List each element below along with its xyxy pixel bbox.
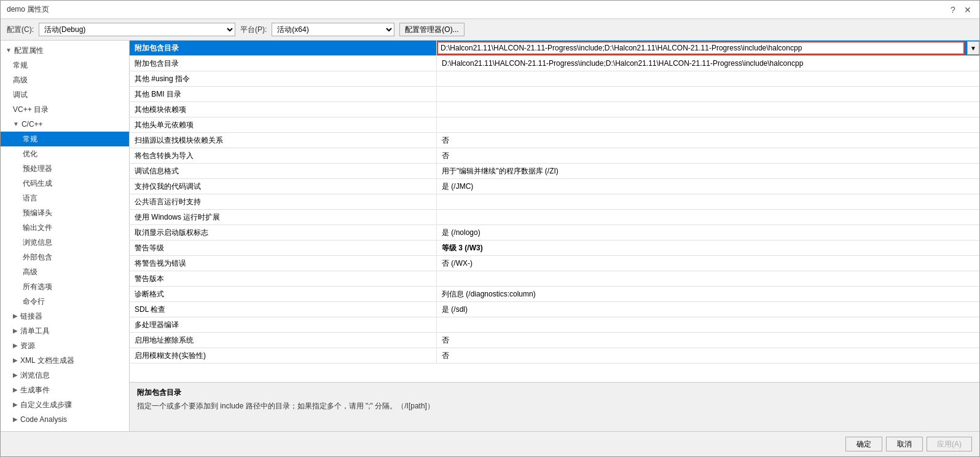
config-select[interactable]: 活动(Debug) bbox=[39, 23, 235, 36]
prop-name-module-deps: 其他模块依赖项 bbox=[130, 102, 437, 117]
config-label: 配置(C): bbox=[7, 25, 34, 35]
prop-value-sdl: 是 (/sdl) bbox=[437, 302, 979, 317]
prop-value-scan-modules: 否 bbox=[437, 133, 979, 148]
prop-header-name: 附加包含目录 bbox=[130, 41, 437, 55]
title-controls: ? ✕ bbox=[947, 4, 973, 15]
prop-row-warnings-as-errors: 将警告视为错误 否 (/WX-) bbox=[130, 256, 979, 271]
tree-item-build-events[interactable]: ▶ 生成事件 bbox=[1, 383, 129, 397]
prop-value-warning-version bbox=[437, 277, 979, 280]
tree-item-code-analysis[interactable]: ▶ Code Analysis bbox=[1, 412, 129, 427]
tree-custom-build-label: 自定义生成步骤 bbox=[20, 399, 72, 411]
prop-value-winrt bbox=[437, 216, 979, 218]
tree-root-label: 配置属性 bbox=[14, 44, 44, 57]
prop-name-sdl: SDL 检查 bbox=[130, 302, 437, 317]
prop-value-diagnostics: 列信息 (/diagnostics:column) bbox=[437, 287, 979, 301]
description-text: 指定一个或多个要添加到 include 路径中的目录；如果指定多个，请用 ";"… bbox=[137, 400, 972, 411]
tree-item-external-includes[interactable]: 外部包含 bbox=[1, 250, 129, 264]
prop-name-warnings-as-errors: 将警告视为错误 bbox=[130, 256, 437, 271]
prop-name-scan-modules: 扫描源以查找模块依赖关系 bbox=[130, 133, 437, 148]
prop-value-clr bbox=[437, 201, 979, 203]
tree-browse-info2-label: 浏览信息 bbox=[20, 369, 50, 381]
tree-item-code-gen[interactable]: 代码生成 bbox=[1, 176, 129, 191]
prop-value-fuzzing: 否 bbox=[437, 348, 979, 363]
prop-row-using-directives: 其他 #using 指令 bbox=[130, 71, 979, 87]
prop-value-nologo: 是 (/nologo) bbox=[437, 225, 979, 240]
tree-item-cmdline[interactable]: 命令行 bbox=[1, 294, 129, 309]
tree-item-browse-info2[interactable]: ▶ 浏览信息 bbox=[1, 368, 129, 383]
tree-manifest-label: 清单工具 bbox=[20, 325, 50, 337]
prop-name-warning-version: 警告版本 bbox=[130, 271, 437, 286]
right-panel: 附加包含目录 ▼ 附加包含目录 D:\Halcon21.11\HALCON-21… bbox=[130, 41, 979, 431]
prop-name-winrt: 使用 Windows 运行时扩展 bbox=[130, 210, 437, 225]
prop-value-using-directives bbox=[437, 77, 979, 80]
description-title: 附加包含目录 bbox=[137, 387, 972, 398]
ok-button[interactable]: 确定 bbox=[845, 437, 882, 451]
apply-button[interactable]: 应用(A) bbox=[927, 437, 972, 451]
prop-row-asan: 启用地址擦除系统 否 bbox=[130, 333, 979, 348]
prop-row-convert-includes: 将包含转换为导入 否 bbox=[130, 148, 979, 164]
prop-header-row: 附加包含目录 ▼ bbox=[130, 41, 979, 56]
tree-item-preprocessor[interactable]: 预处理器 bbox=[1, 161, 129, 176]
tree-item-cpp[interactable]: ▼ C/C++ bbox=[1, 117, 129, 132]
cancel-button[interactable]: 取消 bbox=[886, 437, 923, 451]
tree-item-general[interactable]: 常规 bbox=[1, 58, 129, 73]
prop-name-convert-includes: 将包含转换为导入 bbox=[130, 148, 437, 163]
prop-row-nologo: 取消显示启动版权标志 是 (/nologo) bbox=[130, 225, 979, 240]
toolbar: 配置(C): 活动(Debug) 平台(P): 活动(x64) 配置管理器(O)… bbox=[1, 19, 979, 41]
prop-value-warnings-as-errors: 否 (/WX-) bbox=[437, 256, 979, 271]
prop-header-value-input: ▼ bbox=[437, 41, 979, 55]
prop-value-header-unit-deps bbox=[437, 124, 979, 126]
prop-value-asan: 否 bbox=[437, 333, 979, 348]
prop-name-fuzzing: 启用模糊支持(实验性) bbox=[130, 348, 437, 363]
title-bar: demo 属性页 ? ✕ bbox=[1, 1, 979, 19]
prop-row-debug-format: 调试信息格式 用于"编辑并继续"的程序数据库 (/ZI) bbox=[130, 164, 979, 179]
prop-name-debug-format: 调试信息格式 bbox=[130, 164, 437, 178]
tree-root-config[interactable]: ▼ 配置属性 bbox=[1, 43, 129, 58]
prop-row-module-deps: 其他模块依赖项 bbox=[130, 102, 979, 117]
tree-item-all-options[interactable]: 所有选项 bbox=[1, 279, 129, 294]
prop-value-convert-includes: 否 bbox=[437, 148, 979, 163]
prop-value-include-dirs: D:\Halcon21.11\HALCON-21.11-Progress\inc… bbox=[437, 56, 979, 71]
tree-build-events-label: 生成事件 bbox=[20, 384, 50, 396]
tree-item-browse-info[interactable]: 浏览信息 bbox=[1, 235, 129, 250]
prop-name-include-dirs: 附加包含目录 bbox=[130, 56, 437, 71]
tree-item-vc-dirs[interactable]: VC++ 目录 bbox=[1, 102, 129, 117]
tree-item-manifest-tool[interactable]: ▶ 清单工具 bbox=[1, 324, 129, 338]
prop-row-scan-modules: 扫描源以查找模块依赖关系 否 bbox=[130, 133, 979, 148]
tree-arrow-config: ▼ bbox=[6, 44, 12, 57]
platform-select[interactable]: 活动(x64) bbox=[272, 23, 394, 36]
tree-resources-label: 资源 bbox=[20, 340, 35, 352]
tree-item-advanced[interactable]: 高级 bbox=[1, 73, 129, 87]
prop-dropdown-button[interactable]: ▼ bbox=[967, 41, 979, 55]
left-tree-panel: ▼ 配置属性 常规 高级 调试 VC++ 目录 ▼ C/C++ 常规 优化 预处… bbox=[1, 41, 130, 431]
manage-config-button[interactable]: 配置管理器(O)... bbox=[399, 23, 464, 36]
help-button[interactable]: ? bbox=[947, 4, 958, 15]
main-content: ▼ 配置属性 常规 高级 调试 VC++ 目录 ▼ C/C++ 常规 优化 预处… bbox=[1, 41, 979, 431]
prop-name-warning-level: 警告等级 bbox=[130, 240, 437, 255]
properties-table: 附加包含目录 ▼ 附加包含目录 D:\Halcon21.11\HALCON-21… bbox=[130, 41, 979, 382]
tree-item-output-files[interactable]: 输出文件 bbox=[1, 220, 129, 235]
tree-item-linker[interactable]: ▶ 链接器 bbox=[1, 309, 129, 324]
prop-row-bmi-dirs: 其他 BMI 目录 bbox=[130, 87, 979, 102]
tree-cpp-label: C/C++ bbox=[22, 118, 43, 130]
tree-item-optimization[interactable]: 优化 bbox=[1, 146, 129, 161]
close-button[interactable]: ✕ bbox=[962, 4, 973, 15]
tree-item-debug[interactable]: 调试 bbox=[1, 87, 129, 102]
footer: 确定 取消 应用(A) bbox=[1, 431, 979, 456]
prop-value-input-field[interactable] bbox=[437, 41, 965, 55]
tree-code-analysis-label: Code Analysis bbox=[20, 413, 67, 426]
prop-name-multiprocessor: 多处理器编译 bbox=[130, 317, 437, 332]
tree-item-cpp-general[interactable]: 常规 bbox=[1, 132, 129, 146]
tree-arrow-xml-gen: ▶ bbox=[13, 354, 18, 367]
prop-row-multiprocessor: 多处理器编译 bbox=[130, 317, 979, 333]
tree-arrow-browse-info2: ▶ bbox=[13, 369, 18, 381]
tree-item-pch[interactable]: 预编译头 bbox=[1, 205, 129, 220]
tree-item-advanced2[interactable]: 高级 bbox=[1, 264, 129, 279]
prop-row-header-unit-deps: 其他头单元依赖项 bbox=[130, 117, 979, 133]
tree-item-language[interactable]: 语言 bbox=[1, 191, 129, 205]
tree-item-resources[interactable]: ▶ 资源 bbox=[1, 338, 129, 353]
tree-item-custom-build[interactable]: ▶ 自定义生成步骤 bbox=[1, 397, 129, 412]
prop-value-debug-format: 用于"编辑并继续"的程序数据库 (/ZI) bbox=[437, 164, 979, 178]
prop-value-warning-level: 等级 3 (/W3) bbox=[437, 240, 979, 255]
tree-item-xml-gen[interactable]: ▶ XML 文档生成器 bbox=[1, 353, 129, 368]
